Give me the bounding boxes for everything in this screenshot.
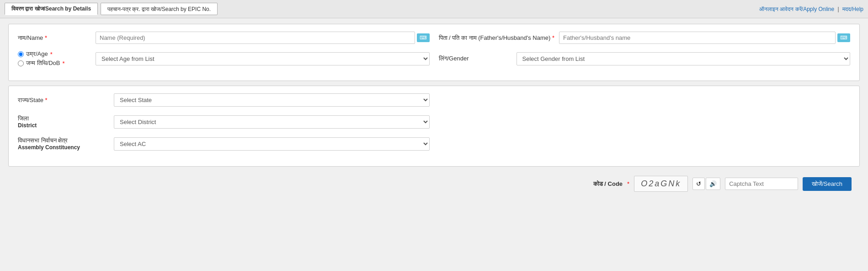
captcha-refresh-btn[interactable]: ↺ xyxy=(692,178,705,190)
age-radio-text: उम्र/Age xyxy=(26,50,48,58)
ac-row: विधानसभा निर्वाचन क्षेत्र Assembly Const… xyxy=(18,137,850,151)
age-dob-radio-group: उम्र/Age * जन्म तिथि/DoB * xyxy=(18,50,91,67)
main-content: नाम/Name * ⌨ पिता / पति का नाम (Father's… xyxy=(0,18,868,202)
name-label: नाम/Name * xyxy=(18,34,91,42)
captcha-required-star: * xyxy=(627,180,629,187)
captcha-action-buttons: ↺ 🔊 xyxy=(692,178,720,190)
father-required-star: * xyxy=(552,34,554,41)
state-label: राज्य/State * xyxy=(18,97,109,104)
age-dob-group: उम्र/Age * जन्म तिथि/DoB * Select Age fr… xyxy=(18,50,430,67)
top-nav: विवरण द्वारा खोज/Search by Details पहचान… xyxy=(0,0,868,18)
father-input-wrapper: ⌨ xyxy=(559,32,850,44)
state-row: राज्य/State * Select State xyxy=(18,93,850,107)
age-required-star: * xyxy=(50,51,53,58)
father-label-text: पिता / पति का नाम (Father's/Husband's Na… xyxy=(439,34,551,41)
personal-info-section: नाम/Name * ⌨ पिता / पति का नाम (Father's… xyxy=(8,24,860,81)
name-input-wrapper: ⌨ xyxy=(96,32,430,44)
captcha-text-input[interactable] xyxy=(725,178,798,190)
gender-label-text: लिंग/Gender xyxy=(439,55,469,62)
ac-select[interactable]: Select AC xyxy=(114,137,430,151)
state-select[interactable]: Select State xyxy=(114,93,430,107)
name-father-row: नाम/Name * ⌨ पिता / पति का नाम (Father's… xyxy=(18,32,850,44)
tab-search-by-epic[interactable]: पहचान-पत्र क्र. द्वारा खोज/Search by EPI… xyxy=(101,3,218,15)
state-required-star: * xyxy=(45,97,48,103)
tab-search-by-details[interactable]: विवरण द्वारा खोज/Search by Details xyxy=(5,3,98,15)
name-keyboard-btn[interactable]: ⌨ xyxy=(417,33,430,42)
father-group: पिता / पति का नाम (Father's/Husband's Na… xyxy=(439,32,851,44)
dob-required-star: * xyxy=(63,60,65,67)
name-label-text: नाम/Name xyxy=(18,34,43,41)
dob-radio[interactable] xyxy=(18,60,24,66)
ac-label: विधानसभा निर्वाचन क्षेत्र Assembly Const… xyxy=(18,137,109,151)
apply-online-link[interactable]: ऑनलाइन आवेदन करें/Apply Online xyxy=(759,6,834,12)
district-select[interactable]: Select District xyxy=(114,115,430,129)
dob-radio-label[interactable]: जन्म तिथि/DoB * xyxy=(18,60,91,67)
district-label-english: District xyxy=(18,122,109,129)
age-gender-row: उम्र/Age * जन्म तिथि/DoB * Select Age fr… xyxy=(18,50,850,67)
father-input[interactable] xyxy=(559,32,836,44)
father-keyboard-btn[interactable]: ⌨ xyxy=(837,33,850,42)
state-label-text: राज्य/State xyxy=(18,97,43,103)
dob-radio-text: जन्म तिथि/DoB xyxy=(26,60,60,67)
district-row: जिला District Select District xyxy=(18,115,850,129)
nav-tabs: विवरण द्वारा खोज/Search by Details पहचान… xyxy=(5,3,218,15)
captcha-image: O2aGNk xyxy=(634,176,688,192)
captcha-row: कोड / Code * O2aGNk ↺ 🔊 खोजें/Search xyxy=(8,171,860,196)
search-button[interactable]: खोजें/Search xyxy=(803,177,852,191)
ac-label-english: Assembly Constituency xyxy=(18,144,109,151)
help-link[interactable]: मदद/Help xyxy=(842,6,863,12)
state-group: राज्य/State * Select State xyxy=(18,93,430,107)
gender-group: लिंग/Gender Select Gender from List xyxy=(439,52,851,65)
nav-separator: | xyxy=(838,6,841,12)
age-radio[interactable] xyxy=(18,51,24,57)
name-required-star: * xyxy=(45,34,47,41)
gender-label: लिंग/Gender xyxy=(439,55,512,62)
district-label: जिला District xyxy=(18,115,109,129)
ac-group: विधानसभा निर्वाचन क्षेत्र Assembly Const… xyxy=(18,137,430,151)
location-section: राज्य/State * Select State जिला District… xyxy=(8,86,860,167)
captcha-label: कोड / Code xyxy=(593,180,623,188)
district-group: जिला District Select District xyxy=(18,115,430,129)
name-input[interactable] xyxy=(96,32,415,44)
gender-select[interactable]: Select Gender from List xyxy=(517,52,851,65)
name-group: नाम/Name * ⌨ xyxy=(18,32,430,44)
ac-label-hindi: विधानसभा निर्वाचन क्षेत्र xyxy=(18,137,109,144)
captcha-audio-btn[interactable]: 🔊 xyxy=(706,178,720,190)
district-label-hindi: जिला xyxy=(18,115,109,122)
nav-right-links: ऑनलाइन आवेदन करें/Apply Online | मदद/Hel… xyxy=(759,6,863,12)
father-label: पिता / पति का नाम (Father's/Husband's Na… xyxy=(439,34,555,42)
age-radio-label[interactable]: उम्र/Age * xyxy=(18,50,91,58)
age-select[interactable]: Select Age from List xyxy=(96,52,430,65)
